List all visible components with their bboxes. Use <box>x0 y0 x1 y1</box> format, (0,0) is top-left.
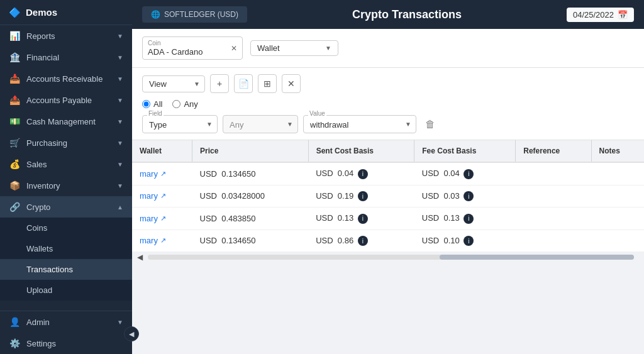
ledger-button[interactable]: 🌐 SOFTLEDGER (USD) <box>142 6 247 23</box>
ap-icon: 📤 <box>9 95 20 105</box>
table-row: mary ↗ USD 0.134650 USD 0.86 i USD 0.10 … <box>132 230 644 252</box>
cell-notes <box>591 162 644 185</box>
chevron-cash: ▼ <box>117 118 123 125</box>
scrollbar-row: ◀ <box>132 252 644 262</box>
clear-filters-button[interactable]: ✕ <box>282 74 301 93</box>
cash-icon: 💵 <box>9 116 20 126</box>
wallet-filter[interactable]: Wallet ▼ <box>250 40 338 56</box>
sidebar: 🔷 Demos 📊 Reports ▼ 🏦 Financial ▼ 📥 Acco… <box>0 0 132 354</box>
delete-filter-button[interactable]: 🗑 <box>421 116 439 133</box>
wallet-link[interactable]: mary ↗ <box>140 214 185 223</box>
scroll-left-arrow[interactable]: ◀ <box>137 253 143 262</box>
wallet-link[interactable]: mary ↗ <box>140 169 185 179</box>
settings-icon: ⚙️ <box>9 338 20 348</box>
cell-wallet: mary ↗ <box>132 162 192 185</box>
radio-any[interactable] <box>172 100 180 108</box>
cell-wallet: mary ↗ <box>132 230 192 252</box>
external-link-icon[interactable]: ↗ <box>160 192 166 200</box>
wallet-link[interactable]: mary ↗ <box>140 236 185 245</box>
chevron-inventory: ▼ <box>117 182 123 189</box>
purchasing-icon: 🛒 <box>9 138 20 148</box>
cell-wallet: mary ↗ <box>132 207 192 230</box>
external-link-icon[interactable]: ↗ <box>160 214 166 223</box>
chevron-ar: ▼ <box>117 75 123 82</box>
sidebar-label-ar: Accounts Receivable <box>26 74 103 84</box>
col-notes: Notes <box>591 140 644 162</box>
collapse-icon: ◀ <box>129 330 134 338</box>
radio-any-label[interactable]: Any <box>172 99 197 109</box>
radio-all[interactable] <box>142 100 150 108</box>
sidebar-item-sales[interactable]: 💰 Sales ▼ <box>0 153 132 175</box>
fee-info-icon[interactable]: i <box>464 169 474 179</box>
value-label: Value <box>308 110 326 117</box>
sidebar-item-settings[interactable]: ⚙️ Settings <box>0 333 132 354</box>
crypto-icon: 🔗 <box>9 202 20 212</box>
value-select[interactable]: withdrawal <box>303 115 416 133</box>
sidebar-label-cash: Cash Management <box>26 117 96 126</box>
wallet-link[interactable]: mary ↗ <box>140 191 185 201</box>
document-view-button[interactable]: 📄 <box>234 74 253 93</box>
sidebar-item-wallets[interactable]: Wallets <box>0 238 132 259</box>
sidebar-item-coins[interactable]: Coins <box>0 218 132 238</box>
header: 🌐 SOFTLEDGER (USD) Crypto Transactions 0… <box>132 0 644 29</box>
add-filter-button[interactable]: + <box>210 74 229 93</box>
any-select[interactable]: Any <box>223 115 298 133</box>
columns-view-button[interactable]: ⊞ <box>258 74 277 93</box>
coin-clear-button[interactable]: ✕ <box>231 44 237 53</box>
upload-label: Upload <box>26 285 52 295</box>
external-link-icon[interactable]: ↗ <box>160 170 166 178</box>
sidebar-item-cash-management[interactable]: 💵 Cash Management ▼ <box>0 111 132 132</box>
coin-filter[interactable]: Coin ADA - Cardano ✕ <box>142 36 243 60</box>
sidebar-item-purchasing[interactable]: 🛒 Purchasing ▼ <box>0 132 132 153</box>
fee-info-icon[interactable]: i <box>464 236 474 246</box>
cell-sent-cost-basis: USD 0.04 i <box>308 162 414 185</box>
sent-info-icon[interactable]: i <box>358 214 368 224</box>
sidebar-item-crypto[interactable]: 🔗 Crypto ▲ <box>0 196 132 218</box>
filter-row: Field Type ▼ Any ▼ Value withdrawal <box>142 115 634 133</box>
page-title: Crypto Transactions <box>247 8 567 21</box>
ledger-label: SOFTLEDGER (USD) <box>164 10 238 19</box>
sent-info-icon[interactable]: i <box>358 169 368 179</box>
coins-label: Coins <box>26 223 47 233</box>
scroll-track[interactable] <box>148 255 634 260</box>
cell-price: USD 0.483850 <box>192 207 309 230</box>
sidebar-label-settings: Settings <box>26 339 56 348</box>
chevron-crypto: ▲ <box>117 204 123 211</box>
sidebar-collapse-button[interactable]: ◀ <box>124 326 139 341</box>
cell-notes <box>591 230 644 252</box>
transactions-label: Transactions <box>26 265 73 274</box>
sidebar-item-accounts-payable[interactable]: 📤 Accounts Payable ▼ <box>0 89 132 111</box>
fee-info-icon[interactable]: i <box>464 214 474 224</box>
sidebar-item-admin[interactable]: 👤 Admin ▼ <box>0 311 132 333</box>
sidebar-item-transactions[interactable]: Transactions <box>0 259 132 280</box>
cell-notes <box>591 185 644 207</box>
cell-fee-cost-basis: USD 0.10 i <box>414 230 516 252</box>
col-wallet: Wallet <box>132 140 192 162</box>
cell-wallet: mary ↗ <box>132 185 192 207</box>
columns-icon: ⊞ <box>264 79 271 89</box>
date-display[interactable]: 04/25/2022 📅 <box>567 8 634 22</box>
cell-price: USD 0.134650 <box>192 230 309 252</box>
cell-price: USD 0.134650 <box>192 162 309 185</box>
sidebar-item-upload[interactable]: Upload <box>0 280 132 301</box>
field-select[interactable]: Type <box>142 115 218 133</box>
document-icon: 📄 <box>238 79 249 89</box>
inventory-icon: 📦 <box>9 180 20 191</box>
radio-all-label[interactable]: All <box>142 99 162 109</box>
cell-fee-cost-basis: USD 0.03 i <box>414 185 516 207</box>
plus-icon: + <box>217 79 222 89</box>
sidebar-item-accounts-receivable[interactable]: 📥 Accounts Receivable ▼ <box>0 68 132 89</box>
external-link-icon[interactable]: ↗ <box>160 236 166 245</box>
sent-info-icon[interactable]: i <box>358 191 368 201</box>
sidebar-item-reports[interactable]: 📊 Reports ▼ <box>0 25 132 47</box>
sidebar-bottom: 👤 Admin ▼ ⚙️ Settings <box>0 311 132 354</box>
coin-filter-value: ADA - Cardano <box>148 47 203 57</box>
sidebar-item-financial[interactable]: 🏦 Financial ▼ <box>0 47 132 68</box>
sent-info-icon[interactable]: i <box>358 236 368 246</box>
radio-row: All Any <box>142 99 634 109</box>
view-select[interactable]: View <box>142 75 205 92</box>
fee-info-icon[interactable]: i <box>464 191 474 201</box>
cell-price: USD 0.03428000 <box>192 185 309 207</box>
sidebar-item-inventory[interactable]: 📦 Inventory ▼ <box>0 175 132 196</box>
sidebar-logo: 🔷 Demos <box>0 0 132 25</box>
